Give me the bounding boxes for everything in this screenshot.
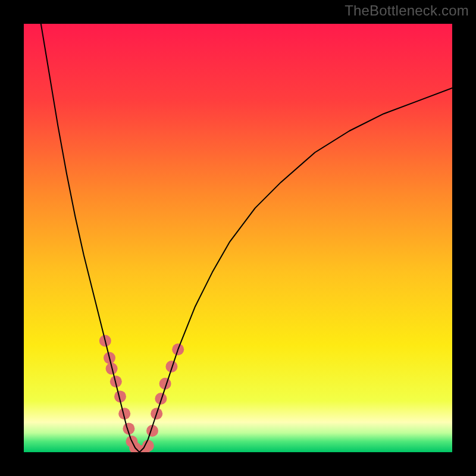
- plot-area: [24, 24, 452, 452]
- marker-dot: [165, 361, 177, 372]
- marker-dot: [142, 440, 154, 452]
- watermark-text: TheBottleneck.com: [345, 2, 469, 19]
- gradient-background: [24, 24, 452, 452]
- chart-frame: TheBottleneck.com: [0, 0, 476, 476]
- marker-dot: [155, 393, 167, 405]
- bottleneck-chart: [24, 24, 452, 452]
